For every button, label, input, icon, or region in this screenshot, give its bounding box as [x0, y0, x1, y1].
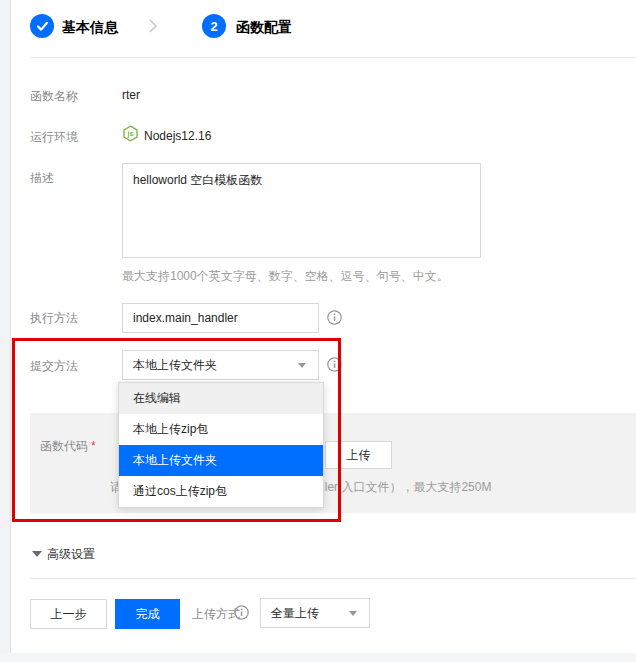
upload-mode-select[interactable]: 全量上传	[260, 598, 370, 628]
menu-item-online-edit[interactable]: 在线编辑	[119, 383, 323, 414]
function-name-value: rter	[122, 88, 140, 102]
header-divider	[30, 57, 636, 58]
page-bottom-gutter	[0, 653, 636, 662]
handler-info-icon[interactable]	[327, 310, 342, 325]
menu-item-cos-zip[interactable]: 通过cos上传zip包	[119, 476, 323, 507]
upload-mode-info-icon[interactable]	[234, 605, 249, 620]
footer-divider	[30, 578, 636, 579]
finish-button[interactable]: 完成	[115, 599, 180, 629]
function-config-page: { "stepper": { "step1": {"label": "基本信息"…	[0, 0, 636, 662]
menu-item-upload-zip[interactable]: 本地上传zip包	[119, 414, 323, 445]
submit-method-value: 本地上传文件夹	[123, 357, 298, 374]
description-label: 描述	[30, 170, 54, 187]
step2-number: 2	[210, 19, 217, 34]
wizard-panel	[10, 0, 636, 654]
handler-input[interactable]	[122, 303, 319, 333]
submit-method-dropdown-menu: 在线编辑 本地上传zip包 本地上传文件夹 通过cos上传zip包	[118, 382, 324, 508]
submit-method-label: 提交方法	[30, 358, 78, 375]
handler-label: 执行方法	[30, 310, 78, 327]
description-hint: 最大支持1000个英文字母、数字、空格、逗号、句号、中文。	[122, 268, 449, 285]
description-textarea[interactable]: helloworld 空白模板函数	[122, 163, 481, 258]
step1-label[interactable]: 基本信息	[62, 19, 118, 37]
function-name-label: 函数名称	[30, 88, 78, 105]
upload-button[interactable]: 上传	[325, 441, 392, 469]
svg-text:js: js	[127, 130, 134, 138]
runtime-label: 运行环境	[30, 129, 78, 146]
collapse-triangle-icon	[32, 551, 42, 557]
page-left-gutter	[0, 0, 10, 653]
upload-mode-label: 上传方式	[192, 606, 240, 623]
previous-step-button[interactable]: 上一步	[30, 599, 107, 629]
chevron-down-icon	[298, 363, 306, 368]
advanced-settings-toggle[interactable]: 高级设置	[47, 546, 95, 563]
menu-item-upload-folder[interactable]: 本地上传文件夹	[119, 445, 323, 476]
step2-indicator[interactable]: 2	[202, 14, 226, 38]
step1-indicator[interactable]	[30, 14, 54, 38]
function-code-label: 函数代码*	[40, 438, 96, 455]
check-icon	[36, 21, 49, 32]
step2-label: 函数配置	[236, 19, 292, 37]
required-asterisk: *	[91, 439, 96, 453]
submit-method-select[interactable]: 本地上传文件夹	[122, 350, 319, 380]
chevron-down-icon	[349, 611, 357, 616]
runtime-value: Nodejs12.16	[144, 129, 211, 143]
upload-mode-value: 全量上传	[261, 605, 349, 622]
nodejs-icon: js	[122, 125, 139, 142]
submit-method-info-icon[interactable]	[327, 357, 342, 372]
chevron-right-icon	[148, 18, 158, 34]
